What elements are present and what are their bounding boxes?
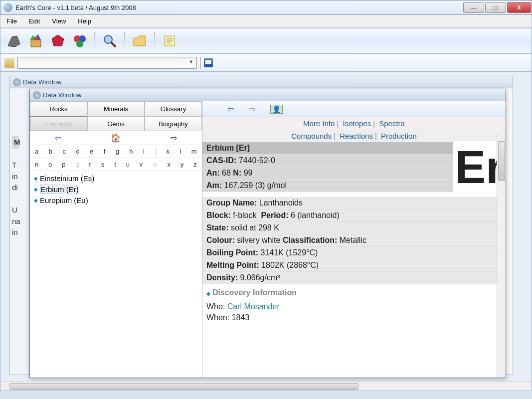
- alpha-e[interactable]: e: [89, 148, 94, 155]
- app-icon: [3, 3, 12, 12]
- save-icon[interactable]: [204, 58, 213, 67]
- element-list-item[interactable]: ◆Europium (Eu): [32, 195, 200, 205]
- maximize-button[interactable]: ▢: [485, 2, 506, 13]
- menubar: File Edit View Help: [0, 15, 532, 28]
- element-list-item[interactable]: ◆Einsteinium (Es): [32, 173, 200, 184]
- bullet-icon: ◆: [34, 187, 38, 192]
- svg-point-8: [76, 40, 83, 47]
- link-bar-2: Compounds| Reactions| Production: [202, 130, 506, 142]
- alpha-s[interactable]: s: [100, 161, 106, 168]
- note-icon[interactable]: [160, 31, 179, 50]
- menu-file[interactable]: File: [0, 15, 23, 27]
- rocks-tool-icon[interactable]: [4, 31, 23, 50]
- data-window-back-header[interactable]: Data Window: [10, 76, 513, 88]
- alpha-o[interactable]: o: [47, 161, 53, 168]
- left-pane: Rocks Minerals Glossary Elements Gems Bi…: [30, 101, 202, 378]
- alpha-v[interactable]: v: [139, 161, 144, 168]
- element-list-item[interactable]: ◆Erbium (Er): [32, 184, 200, 195]
- tab-gems[interactable]: Gems: [87, 116, 145, 131]
- bullet-icon: ◆: [34, 198, 38, 203]
- alpha-p[interactable]: p: [61, 161, 66, 168]
- tab-elements[interactable]: Elements: [30, 116, 87, 131]
- folder-small-icon[interactable]: [4, 58, 14, 68]
- data-window-front-header[interactable]: Data Window: [30, 89, 506, 101]
- alpha-n[interactable]: n: [34, 161, 39, 168]
- nav-forward-icon[interactable]: ⇨: [171, 133, 177, 143]
- element-melting: Melting Point: 1802K (2868°C): [202, 259, 506, 272]
- toolbar-divider: [94, 32, 95, 50]
- alpha-f[interactable]: f: [103, 148, 107, 155]
- minimize-button[interactable]: —: [463, 2, 484, 13]
- minerals-box-icon[interactable]: [26, 31, 45, 50]
- alpha-row-1: abcdefghijklm: [30, 145, 202, 158]
- link-reactions[interactable]: Reactions: [340, 132, 373, 140]
- link-production[interactable]: Production: [381, 132, 417, 140]
- tab-glossary[interactable]: Glossary: [145, 101, 202, 116]
- link-isotopes[interactable]: Isotopes: [343, 119, 371, 128]
- link-compounds[interactable]: Compounds: [291, 132, 332, 140]
- window-title: Earth's Core - v1.1 beta / August 9th 20…: [15, 4, 136, 11]
- tab-biography[interactable]: Biography: [145, 116, 202, 131]
- menu-view[interactable]: View: [46, 15, 72, 27]
- alpha-h[interactable]: h: [128, 148, 134, 155]
- toolbar-divider: [154, 32, 155, 50]
- alpha-r[interactable]: r: [88, 161, 92, 168]
- workarea-horizontal-scrollbar[interactable]: [0, 382, 532, 391]
- alpha-u[interactable]: u: [125, 161, 131, 168]
- link-more-info[interactable]: More Info: [303, 119, 335, 128]
- info-body[interactable]: More Info| Isotopes| Spectra Compounds| …: [202, 117, 506, 378]
- element-colour-class: Colour: silvery white Classification: Me…: [202, 234, 506, 247]
- alpha-j[interactable]: j: [154, 148, 157, 155]
- detail-back-icon[interactable]: ⇦: [227, 104, 234, 114]
- svg-rect-1: [31, 40, 41, 47]
- atoms-icon[interactable]: [70, 31, 89, 50]
- close-button[interactable]: X: [507, 2, 531, 13]
- alpha-x[interactable]: x: [167, 161, 172, 168]
- info-vertical-scrollbar[interactable]: [497, 133, 506, 378]
- discovery-when: When: 1843: [202, 312, 506, 323]
- alpha-i[interactable]: i: [142, 148, 146, 155]
- toolbar-divider: [124, 32, 125, 50]
- alpha-q[interactable]: q: [74, 161, 80, 168]
- element-list[interactable]: ◆Einsteinium (Es)◆Erbium (Er)◆Europium (…: [30, 171, 202, 378]
- element-boiling: Boiling Point: 3141K (1529°C): [202, 247, 506, 259]
- address-combo[interactable]: [17, 57, 197, 69]
- titlebar: Earth's Core - v1.1 beta / August 9th 20…: [0, 0, 532, 15]
- alpha-a[interactable]: a: [34, 148, 39, 155]
- nav-back-icon[interactable]: ⇦: [55, 133, 61, 143]
- alpha-y[interactable]: y: [179, 161, 185, 168]
- tab-rocks[interactable]: Rocks: [30, 101, 87, 116]
- alpha-b[interactable]: b: [48, 148, 53, 155]
- nav-home-icon[interactable]: 🏠: [111, 133, 121, 143]
- bullet-icon: ◆: [34, 176, 38, 181]
- alpha-t[interactable]: t: [113, 161, 117, 168]
- alpha-c[interactable]: c: [61, 148, 67, 155]
- alpha-l[interactable]: l: [178, 148, 182, 155]
- menu-edit[interactable]: Edit: [23, 15, 46, 27]
- alpha-z[interactable]: z: [192, 161, 198, 168]
- alpha-g[interactable]: g: [115, 148, 120, 155]
- gem-icon[interactable]: [48, 31, 67, 50]
- alpha-d[interactable]: d: [75, 148, 80, 155]
- link-bar-1: More Info| Isotopes| Spectra: [202, 117, 506, 130]
- alpha-w[interactable]: w: [152, 161, 158, 168]
- link-discoverer[interactable]: Carl Mosander: [227, 302, 280, 311]
- back-content-fragment: M T in di U na in: [12, 136, 20, 238]
- window-icon: [33, 91, 41, 99]
- discovery-who: Who: Carl Mosander: [202, 301, 506, 312]
- alpha-k[interactable]: k: [166, 148, 171, 155]
- discovery-header: ◆Discovery Information: [202, 284, 506, 301]
- magnifier-icon[interactable]: [100, 31, 119, 50]
- toolbar-divider: [200, 57, 201, 69]
- detail-forward-icon[interactable]: ⇨: [249, 104, 255, 114]
- tab-minerals[interactable]: Minerals: [87, 101, 145, 116]
- scrollbar-thumb[interactable]: [9, 383, 358, 390]
- element-state: State: solid at 298 K: [202, 222, 506, 234]
- window-icon: [13, 78, 21, 86]
- alpha-m[interactable]: m: [190, 148, 198, 155]
- scrollbar-thumb[interactable]: [498, 141, 505, 181]
- link-spectra[interactable]: Spectra: [379, 119, 405, 128]
- folder-icon[interactable]: [130, 31, 149, 50]
- menu-help[interactable]: Help: [72, 15, 97, 27]
- detail-person-icon[interactable]: 👤: [270, 105, 283, 114]
